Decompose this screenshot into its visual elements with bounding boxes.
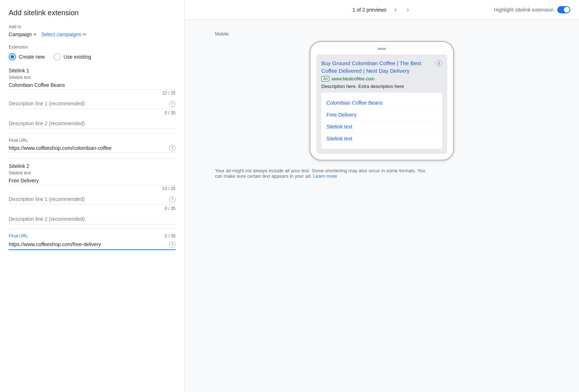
radio-circle-create [9,53,16,60]
sitelink1-desc2-row [9,118,176,129]
radio-create-new[interactable]: Create new [9,53,45,60]
sitelink1-text-value: Colombian Coffee Beans [9,81,176,90]
sitelink1-url-value: https://www.coffeeshop.com/colombian-cof… [9,144,176,153]
sitelink-item-1[interactable]: Colombian Coffee Beans [326,97,437,109]
sitelink2-divider [9,229,176,229]
select-campaigns-text: Select campaigns [41,31,81,37]
sitelink1-divider [9,133,176,134]
right-panel: 1 of 2 previews ‹ › Highlight sitelink e… [185,0,579,392]
select-campaigns-link[interactable]: Select campaigns ✏ [41,31,87,37]
sitelink2-desc2-wrap [9,214,176,224]
sitelink2-url-input[interactable] [9,239,176,250]
sitelink2-desc2-row [9,214,176,224]
preview-content: Mobile Buy Ground Colombian Coffee | The… [185,20,579,392]
extension-label: Extension [9,45,176,50]
left-panel: Add sitelink extension Add to Campaign ▼… [0,0,185,392]
radio-inner-create [10,55,14,59]
sitelink2-text-label: Sitelink text [9,170,176,176]
highlight-row: Highlight sitelink extension [494,6,570,13]
sitelink1-text-label: Sitelink text [9,75,176,80]
dropdown-arrow-icon: ▼ [33,33,37,37]
sitelink1-desc2-input[interactable] [9,118,176,129]
section-divider [9,159,176,159]
campaign-label: Campaign [9,31,32,37]
sitelink1-char-count: 22 / 25 [9,90,176,96]
sitelinks-box: Colombian Coffee Beans Free Delivery Sit… [321,93,442,149]
sitelink-item-4[interactable]: Sitelink text [326,133,437,144]
sitelink1-url-row: https://www.coffeeshop.com/colombian-cof… [9,144,176,153]
sitelink1-header: Sitelink 1 [9,68,176,73]
sitelink2-desc1-wrap: ? 0 / 35 [9,194,176,211]
sitelink-item-3[interactable]: Sitelink text [326,121,437,133]
sitelink1-desc2-wrap [9,118,176,129]
toggle-knob [564,7,570,13]
ad-title: Buy Ground Colombian Coffee | The Best C… [321,59,434,75]
sitelink2-url-row: ? [9,239,176,250]
sitelink2-section: Sitelink 2 Sitelink text Free Delivery 1… [9,163,176,250]
ad-url: www.bestcoffee.com [331,76,375,81]
campaign-dropdown[interactable]: Campaign ▼ [9,31,37,37]
sitelink1-section: Sitelink 1 Sitelink text Colombian Coffe… [9,68,176,153]
sitelink1-desc1-wrap: ? 0 / 35 [9,98,176,115]
pencil-icon: ✏ [83,31,87,37]
sitelink2-header: Sitelink 2 [9,163,176,169]
sitelink2-text-value: Free Delivery [9,176,176,185]
learn-more-link[interactable]: Learn more [313,173,337,179]
preview-header: 1 of 2 previews ‹ › Highlight sitelink e… [185,0,579,20]
sitelink2-url-label: Final URL [9,233,28,239]
ad-badge: Ad [321,76,329,81]
sitelink2-url-count: 0 / 35 [165,233,176,239]
sitelink1-desc1-help-icon[interactable]: ? [169,101,176,107]
sitelink1-desc1-count: 0 / 35 [9,110,176,115]
sitelink2-desc1-row: ? [9,194,176,205]
phone-top [316,48,447,50]
next-preview-button[interactable]: › [405,4,411,15]
sitelink2-desc1-help-icon[interactable]: ? [169,196,176,203]
phone-speaker-icon [377,48,386,50]
sitelink1-desc1-input[interactable] [9,98,176,109]
ad-url-row: Ad www.bestcoffee.com [321,76,442,81]
radio-use-existing[interactable]: Use existing [54,53,91,60]
mobile-label: Mobile [215,31,229,37]
add-to-label: Add to [9,24,176,29]
page-title: Add sitelink extension [9,9,176,17]
radio-existing-label: Use existing [64,54,91,60]
ad-info-icon[interactable]: ℹ [436,60,442,67]
sitelink2-desc2-input[interactable] [9,214,176,224]
radio-group: Create new Use existing [9,53,176,60]
radio-create-label: Create new [19,54,45,60]
sitelink2-char-count: 13 / 25 [9,186,176,191]
ad-card: Buy Ground Colombian Coffee | The Best C… [316,54,447,154]
disclaimer: Your ad might not always include all you… [215,168,432,179]
sitelink1-url-label: Final URL [9,138,176,143]
sitelink2-url-help-icon[interactable]: ? [169,241,176,248]
radio-circle-existing [54,53,61,60]
sitelink2-desc1-input[interactable] [9,194,176,205]
ad-description: Description here. Extra description here [321,84,442,89]
sitelink-item-2[interactable]: Free Delivery [326,109,437,121]
campaign-row: Campaign ▼ Select campaigns ✏ [9,31,176,37]
sitelink1-desc1-row: ? [9,98,176,109]
phone-mockup: Buy Ground Colombian Coffee | The Best C… [309,41,454,161]
highlight-label: Highlight sitelink extension [494,7,554,13]
highlight-toggle[interactable] [557,6,570,13]
preview-count: 1 of 2 previews [352,7,386,13]
prev-preview-button[interactable]: ‹ [392,4,399,15]
sitelink1-url-help-icon[interactable]: ? [169,145,176,151]
ad-title-row: Buy Ground Colombian Coffee | The Best C… [321,59,442,75]
sitelink2-desc1-count: 0 / 35 [9,206,176,211]
